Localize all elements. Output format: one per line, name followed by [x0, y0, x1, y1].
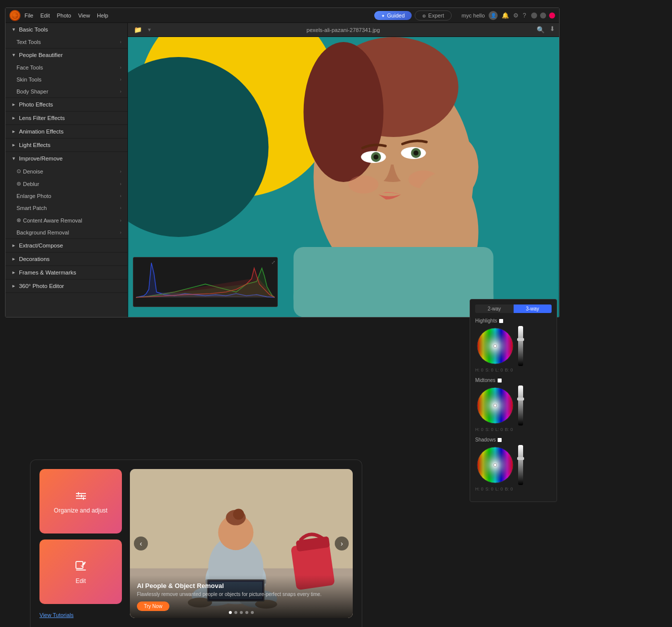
folder-button[interactable]: 📁 — [132, 25, 144, 34]
svg-rect-45 — [76, 570, 86, 570]
menu-view[interactable]: View — [78, 12, 90, 18]
image-area: 📁 ▼ pexels-ali-pazani-2787341.jpg 🔍 ⬇ — [128, 23, 559, 317]
section-header-improve-remove[interactable]: ▼ Improve/Remove — [5, 152, 127, 165]
section-header-photo-effects[interactable]: ► Photo Effects — [5, 98, 127, 111]
sidebar-item-enlarge-photo[interactable]: Enlarge Photo › — [5, 190, 127, 202]
shadows-slider-thumb — [517, 457, 524, 460]
settings-icon[interactable]: ⚙ — [513, 12, 519, 19]
section-header-extract-compose[interactable]: ► Extract/Compose — [5, 239, 127, 252]
midtones-label: Midtones — [475, 378, 552, 383]
help-icon[interactable]: ? — [523, 12, 526, 19]
search-button[interactable]: 🔍 — [535, 25, 547, 34]
sidebar-item-face-tools[interactable]: Face Tools › — [5, 62, 127, 74]
section-header-light-effects[interactable]: ► Light Effects — [5, 138, 127, 152]
midtones-color-wheel[interactable] — [475, 386, 515, 426]
tab-3way[interactable]: 3-way — [514, 304, 552, 313]
svg-rect-44 — [76, 562, 83, 568]
sidebar-item-deblur[interactable]: ⊚ Deblur › — [5, 178, 127, 190]
menu-file[interactable]: File — [24, 12, 33, 18]
carousel-prev-button[interactable]: ‹ — [134, 536, 148, 550]
view-tutorials-link[interactable]: View Tutorials — [39, 612, 122, 618]
bottom-panel: Organize and adjust Edit View Tutorials — [30, 460, 362, 627]
sidebar-item-background-removal[interactable]: Background Removal › — [5, 226, 127, 238]
shadows-row — [475, 445, 552, 485]
section-people-beautifier: ▼ People Beautifier Face Tools › Skin To… — [5, 48, 127, 98]
section-header-lens-filter[interactable]: ► Lens Filter Effects — [5, 112, 127, 124]
svg-point-27 — [494, 344, 497, 348]
edit-card[interactable]: Edit — [39, 540, 122, 604]
section-header-animation-effects[interactable]: ► Animation Effects — [5, 125, 127, 138]
sidebar-item-content-aware-removal[interactable]: ⊗ Content Aware Removal › — [5, 214, 127, 226]
shadows-label: Shadows — [475, 437, 552, 442]
carousel-dot-0[interactable] — [229, 611, 232, 614]
sidebar-item-skin-tools[interactable]: Skin Tools › — [5, 74, 127, 86]
menu-photo[interactable]: Photo — [57, 12, 71, 18]
menu-edit[interactable]: Edit — [40, 12, 50, 18]
svg-rect-38 — [76, 493, 86, 494]
carousel-dot-4[interactable] — [251, 611, 254, 614]
carousel-next-button[interactable]: › — [335, 536, 349, 550]
svg-rect-42 — [81, 494, 82, 498]
window-controls: — □ ✕ — [531, 12, 555, 18]
expert-mode-button[interactable]: Expert — [415, 10, 452, 20]
guided-mode-button[interactable]: Guided — [374, 11, 412, 20]
minimize-button[interactable]: — — [531, 12, 537, 18]
menu-bar: File Edit Photo View Help — [24, 12, 108, 18]
bp-carousel: AI People & Object Removal Flawlessly re… — [130, 469, 353, 618]
carousel-title: AI People & Object Removal — [137, 582, 346, 590]
shadows-color-wheel[interactable] — [475, 445, 515, 485]
section-header-360-editor[interactable]: ► 360° Photo Editor — [5, 280, 127, 292]
highlights-labels: H: 0 S: 0 L: 0 B: 0 — [475, 368, 552, 372]
carousel-dot-3[interactable] — [245, 611, 248, 614]
section-decorations: ► Decorations — [5, 252, 127, 266]
close-button[interactable]: ✕ — [549, 12, 555, 18]
bp-left-cards: Organize and adjust Edit View Tutorials — [39, 469, 122, 618]
expert-icon — [422, 12, 426, 18]
denoise-icon: ⊙ — [16, 168, 21, 174]
section-header-basic-tools[interactable]: ▼ Basic Tools — [5, 23, 127, 36]
arrow-photo-effects: ► — [11, 102, 16, 107]
highlights-color-wheel[interactable] — [475, 326, 515, 366]
arrow-basic-tools: ▼ — [11, 27, 16, 32]
carousel-image: AI People & Object Removal Flawlessly re… — [130, 469, 353, 618]
midtones-slider[interactable] — [518, 386, 523, 426]
toolbar-separator: ▼ — [147, 27, 152, 32]
histogram-svg — [133, 258, 277, 300]
edit-label: Edit — [75, 578, 86, 584]
maximize-button[interactable]: □ — [540, 12, 546, 18]
chevron-skin-tools: › — [120, 77, 121, 82]
sidebar-item-denoise[interactable]: ⊙ Denoise › — [5, 165, 127, 178]
shadows-section: Shadows H: 0 S: 0 L: 0 B: 0 — [475, 437, 552, 492]
carousel-dot-1[interactable] — [234, 611, 237, 614]
section-frames-watermarks: ► Frames & Watermarks — [5, 266, 127, 280]
organize-card[interactable]: Organize and adjust — [39, 469, 122, 534]
shadows-slider[interactable] — [518, 445, 523, 485]
scroll-button[interactable]: ⬇ — [550, 25, 555, 34]
highlights-section: Highlights — [475, 318, 552, 372]
arrow-animation-effects: ► — [11, 129, 16, 134]
section-header-frames-watermarks[interactable]: ► Frames & Watermarks — [5, 266, 127, 279]
shadows-labels: H: 0 S: 0 L: 0 B: 0 — [475, 486, 552, 492]
tab-2way[interactable]: 2-way — [475, 304, 514, 313]
sidebar: ▼ Basic Tools Text Tools › ▼ People Beau… — [5, 23, 128, 317]
menu-help[interactable]: Help — [97, 12, 108, 18]
arrow-360-editor: ► — [11, 284, 16, 288]
section-header-decorations[interactable]: ► Decorations — [5, 252, 127, 266]
section-basic-tools: ▼ Basic Tools Text Tools › — [5, 23, 127, 48]
midtones-row — [475, 386, 552, 426]
section-header-people-beautifier[interactable]: ▼ People Beautifier — [5, 48, 127, 62]
try-now-button[interactable]: Try Now — [137, 602, 169, 611]
chevron-body-shaper: › — [120, 89, 121, 94]
notifications-icon[interactable]: 🔔 — [502, 12, 509, 19]
section-improve-remove: ▼ Improve/Remove ⊙ Denoise › ⊚ Deblur › — [5, 152, 127, 239]
svg-rect-43 — [83, 497, 84, 500]
user-avatar: 👤 — [489, 11, 498, 20]
carousel-dot-2[interactable] — [240, 611, 243, 614]
sidebar-item-text-tools[interactable]: Text Tools › — [5, 36, 127, 48]
sidebar-item-body-shaper[interactable]: Body Shaper › — [5, 86, 127, 98]
histogram-expand-icon[interactable]: ⤢ — [271, 260, 275, 265]
color-wheels-panel: 2-way 3-way Highlights — [470, 299, 557, 502]
sidebar-item-smart-patch[interactable]: Smart Patch › — [5, 202, 127, 214]
highlights-slider[interactable] — [518, 326, 523, 366]
deblur-icon: ⊚ — [16, 180, 21, 187]
